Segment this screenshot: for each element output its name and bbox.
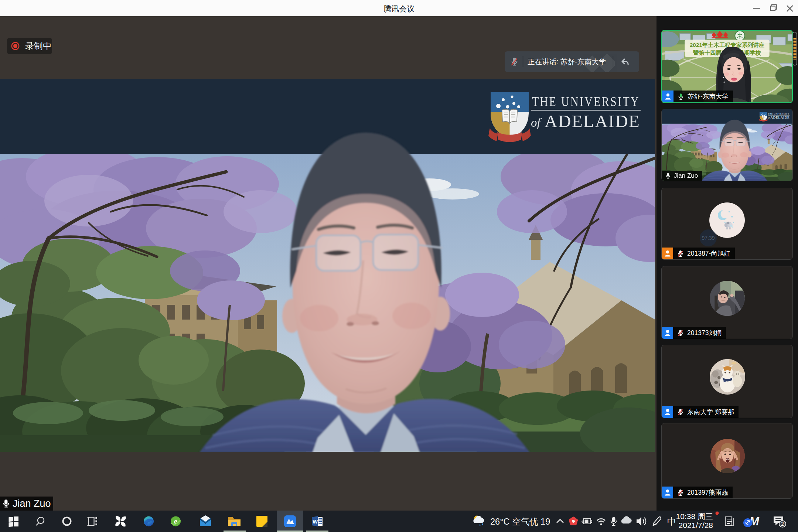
svg-text:W: W	[313, 518, 318, 525]
svg-text:26°C 空气优 19: 26°C 空气优 19	[490, 517, 550, 526]
svg-text:2: 2	[781, 521, 784, 527]
svg-text:2021/7/28: 2021/7/28	[679, 521, 713, 529]
svg-text:10:38 周三: 10:38 周三	[676, 512, 713, 521]
svg-text:中: 中	[667, 516, 676, 526]
